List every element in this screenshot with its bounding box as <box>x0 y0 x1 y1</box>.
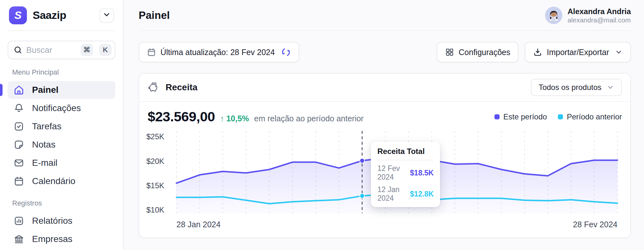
sidebar-item-email[interactable]: E-mail <box>8 154 115 172</box>
tooltip-title: Receita Total <box>377 147 434 160</box>
chevron-down-icon <box>607 84 614 91</box>
sidebar-item-notas[interactable]: Notas <box>8 136 115 154</box>
bar-chart-icon <box>13 215 24 226</box>
import-export-button[interactable]: Importar/Exportar <box>525 42 631 62</box>
legend-swatch-previous-period <box>558 114 563 119</box>
sidebar-item-label: Calendário <box>32 176 75 186</box>
legend-item-this-period: Este período <box>494 112 547 121</box>
product-filter-label: Todos os produtos <box>539 83 601 92</box>
product-filter-dropdown[interactable]: Todos os produtos <box>531 79 622 96</box>
sidebar-item-label: Notas <box>32 140 55 150</box>
sidebar-item-label: Painel <box>32 85 58 95</box>
revenue-delta-caption: em relação ao período anterior <box>254 114 364 123</box>
last-update-label: Última atualização: 28 Fev 2024 <box>160 48 275 57</box>
download-icon <box>533 48 542 57</box>
sidebar-item-label: Relatórios <box>32 216 72 226</box>
chart-tooltip: Receita Total 12 Fev 2024 $18.5K 12 Jan … <box>371 142 440 207</box>
revenue-delta: ↑ 10,5% <box>220 114 249 123</box>
revenue-card-header: Receita Todos os produtos <box>139 74 630 102</box>
user-name: Alexandra Andria <box>567 7 631 16</box>
legend-swatch-this-period <box>494 114 500 119</box>
legend-item-previous-period: Período anterior <box>558 112 622 121</box>
arrow-up-icon: ↑ <box>220 114 224 123</box>
revenue-card: Receita Todos os produtos $23.569,00 ↑ 1… <box>139 73 631 238</box>
bell-icon <box>13 103 24 114</box>
refresh-icon <box>281 47 291 57</box>
y-axis-tick: $20K <box>146 157 173 166</box>
tooltip-row: 12 Jan 2024 $12.8K <box>377 185 434 203</box>
chevron-down-icon <box>615 48 623 56</box>
sidebar-item-notificacoes[interactable]: Notificações <box>8 99 115 117</box>
calendar-icon <box>147 48 156 57</box>
revenue-card-title: Receita <box>166 82 198 93</box>
revenue-stats-row: $23.569,00 ↑ 10,5% em relação ao período… <box>139 102 630 126</box>
sidebar-collapse-button[interactable] <box>99 8 114 23</box>
app-window: S Saazip ⌘ K Menu Principal Painel <box>0 0 644 250</box>
search-icon <box>13 45 22 54</box>
sidebar-item-label: Empresas <box>32 234 72 244</box>
sidebar-item-label: E-mail <box>32 158 57 168</box>
last-update-button[interactable]: Última atualização: 28 Fev 2024 <box>139 42 299 62</box>
note-icon <box>13 139 24 150</box>
y-axis-tick: $25K <box>146 132 173 141</box>
sidebar: S Saazip ⌘ K Menu Principal Painel <box>0 0 124 250</box>
revenue-chart[interactable]: $25K$20K$15K$10K Receita Total 12 Fev 20… <box>139 126 630 238</box>
cmd-keycap: ⌘ <box>81 44 93 56</box>
toolbar: Última atualização: 28 Fev 2024 Configur… <box>139 42 631 62</box>
sidebar-item-relatorios[interactable]: Relatórios <box>8 212 115 230</box>
x-axis-labels: 28 Jan 2024 28 Fev 2024 <box>176 220 617 229</box>
brand-name: Saazip <box>33 9 99 21</box>
task-check-icon <box>13 121 24 132</box>
sidebar-item-label: Tarefas <box>32 121 61 132</box>
import-export-label: Importar/Exportar <box>547 48 609 57</box>
logo-row: S Saazip <box>8 0 115 31</box>
sidebar-section-menu-principal: Menu Principal <box>12 68 115 77</box>
grid-icon <box>445 48 454 57</box>
chart-legend: Este período Período anterior <box>494 112 622 121</box>
toolbar-actions: Configurações Importar/Exportar <box>437 42 631 62</box>
search-input[interactable] <box>26 45 77 55</box>
y-axis-tick: $10K <box>146 206 173 214</box>
settings-button[interactable]: Configurações <box>437 42 518 62</box>
piggy-bank-icon <box>148 82 160 93</box>
sidebar-item-calendario[interactable]: Calendário <box>8 172 115 190</box>
sidebar-item-painel[interactable]: Painel <box>8 81 115 99</box>
sidebar-item-tarefas[interactable]: Tarefas <box>8 117 115 135</box>
calendar-icon <box>13 176 24 187</box>
avatar <box>545 7 562 24</box>
x-axis-start-label: 28 Jan 2024 <box>176 220 221 229</box>
main-area: Painel Alexandra Andria <box>124 0 644 250</box>
brand-logo: S <box>9 6 27 24</box>
main-header: Painel Alexandra Andria <box>139 0 631 31</box>
envelope-icon <box>13 157 24 168</box>
revenue-total: $23.569,00 <box>148 109 215 125</box>
page-title: Painel <box>139 9 170 21</box>
y-axis-tick: $15K <box>146 181 173 190</box>
home-icon <box>13 85 24 95</box>
user-info: Alexandra Andria alexandra@mail.com <box>567 7 631 24</box>
sidebar-section-registros: Registros <box>12 199 115 207</box>
user-email: alexandra@mail.com <box>567 16 631 24</box>
x-axis-end-label: 28 Fev 2024 <box>573 220 617 229</box>
sidebar-item-empresas[interactable]: Empresas <box>8 230 115 248</box>
tooltip-row: 12 Fev 2024 $18.5K <box>377 164 434 181</box>
k-keycap: K <box>99 44 111 56</box>
bank-icon <box>13 234 24 245</box>
user-menu[interactable]: Alexandra Andria alexandra@mail.com <box>545 7 631 24</box>
chevron-down-icon <box>102 11 111 20</box>
search-box[interactable]: ⌘ K <box>8 41 115 59</box>
settings-label: Configurações <box>459 48 510 57</box>
sidebar-item-label: Notificações <box>32 103 81 113</box>
